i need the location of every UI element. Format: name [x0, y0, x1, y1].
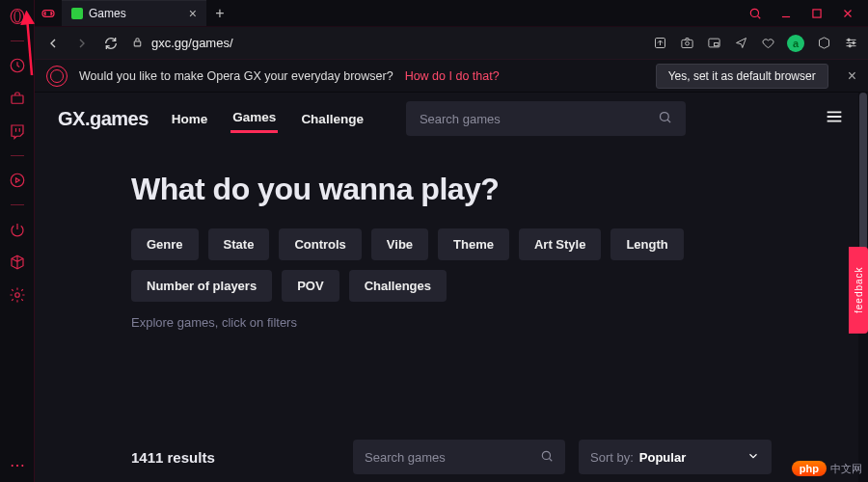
page-content: GX.games Home Games Challenge Search gam… — [35, 93, 868, 482]
search-icon — [658, 110, 672, 127]
promo-text: Would you like to make Opera GX your eve… — [79, 69, 393, 83]
chip-art-style[interactable]: Art Style — [519, 228, 601, 260]
window-close-icon[interactable] — [841, 7, 854, 20]
nav-back-icon[interactable] — [44, 35, 62, 52]
explore-hint: Explore games, click on filters — [131, 315, 772, 330]
svg-point-17 — [849, 44, 852, 47]
results-count: 1411 results — [131, 449, 215, 466]
chip-length[interactable]: Length — [610, 228, 683, 260]
default-browser-promo: Would you like to make Opera GX your eve… — [35, 60, 868, 93]
nav-games[interactable]: Games — [231, 104, 278, 133]
svg-point-5 — [14, 293, 19, 298]
svg-point-4 — [11, 174, 24, 187]
sidebar-separator — [11, 155, 24, 156]
sidebar-more-icon[interactable]: ⋯ — [0, 456, 34, 474]
sidebar-separator — [11, 40, 24, 41]
svg-rect-3 — [12, 95, 23, 103]
send-icon[interactable] — [733, 36, 748, 51]
nav-forward-icon[interactable] — [73, 35, 91, 52]
svg-rect-8 — [813, 9, 821, 16]
easy-setup-icon[interactable] — [843, 36, 858, 51]
briefcase-icon[interactable] — [9, 90, 26, 107]
chip-genre[interactable]: Genre — [131, 228, 199, 260]
pip-icon[interactable] — [706, 36, 721, 51]
results-search-input[interactable]: Search games — [353, 440, 565, 474]
opera-icon — [46, 66, 68, 87]
chip-theme[interactable]: Theme — [438, 228, 509, 260]
sort-dropdown[interactable]: Sort by: Popular — [579, 440, 772, 474]
svg-point-16 — [852, 41, 854, 44]
promo-link[interactable]: How do I do that? — [405, 69, 500, 83]
gx-corner-icon[interactable] — [35, 0, 62, 26]
promo-close-icon[interactable]: × — [848, 67, 856, 85]
header-search-input[interactable]: Search games — [406, 101, 686, 136]
chevron-down-icon — [746, 449, 760, 466]
url-text: gxc.gg/games/ — [151, 36, 233, 50]
svg-point-12 — [685, 41, 689, 45]
site-header: GX.games Home Games Challenge Search gam… — [35, 93, 868, 145]
menu-icon[interactable] — [824, 106, 845, 131]
browser-sidebar: ⋯ — [0, 0, 35, 482]
chip-pov[interactable]: POV — [282, 270, 339, 302]
svg-point-0 — [11, 10, 24, 24]
profile-avatar[interactable]: a — [787, 35, 804, 52]
extensions-icon[interactable] — [816, 36, 831, 51]
chip-controls[interactable]: Controls — [279, 228, 361, 260]
window-maximize-icon[interactable] — [810, 7, 824, 20]
window-minimize-icon[interactable] — [779, 7, 793, 20]
nav-reload-icon[interactable] — [102, 35, 120, 52]
nav-challenge[interactable]: Challenge — [299, 106, 366, 132]
page-title: What do you wanna play? — [131, 172, 772, 207]
opera-logo-icon[interactable] — [9, 8, 26, 25]
tab-favicon — [71, 8, 83, 19]
heart-icon[interactable] — [760, 36, 775, 51]
svg-point-1 — [14, 11, 20, 22]
svg-point-7 — [750, 9, 758, 16]
svg-rect-9 — [134, 40, 141, 45]
chip-vibe[interactable]: Vibe — [371, 228, 428, 260]
address-bar: gxc.gg/games/ a — [35, 27, 868, 60]
sidebar-separator — [11, 204, 24, 205]
gear-icon[interactable] — [9, 286, 26, 304]
toolbar-search-icon[interactable] — [748, 7, 762, 20]
play-circle-icon[interactable] — [9, 172, 26, 189]
twitch-icon[interactable] — [9, 122, 26, 140]
tab-close-icon[interactable]: × — [189, 6, 197, 21]
svg-point-18 — [660, 113, 668, 121]
tab-bar: Games × + — [35, 0, 868, 27]
results-bar: 1411 results Search games Sort by: Popul… — [35, 432, 868, 482]
svg-point-15 — [847, 39, 850, 41]
scrollbar-thumb[interactable] — [859, 93, 867, 266]
cube-icon[interactable] — [9, 254, 26, 271]
filter-chips: Genre State Controls Vibe Theme Art Styl… — [131, 228, 772, 302]
chip-challenges[interactable]: Challenges — [349, 270, 447, 302]
clock-icon[interactable] — [9, 57, 26, 74]
site-logo[interactable]: GX.games — [58, 108, 149, 130]
url-field[interactable]: gxc.gg/games/ — [131, 36, 640, 51]
search-placeholder: Search games — [365, 450, 446, 465]
sort-label: Sort by: — [590, 450, 634, 465]
power-icon[interactable] — [9, 221, 26, 238]
tab-title: Games — [89, 7, 126, 20]
browser-tab[interactable]: Games × — [62, 0, 206, 26]
nav-home[interactable]: Home — [170, 106, 210, 132]
svg-rect-11 — [681, 40, 692, 47]
share-icon[interactable] — [652, 36, 667, 51]
svg-rect-14 — [714, 43, 718, 46]
set-default-button[interactable]: Yes, set it as default browser — [656, 64, 828, 89]
snapshot-icon[interactable] — [679, 36, 694, 51]
chip-state[interactable]: State — [208, 228, 270, 260]
search-icon — [540, 449, 554, 466]
lock-icon — [131, 36, 144, 51]
search-placeholder: Search games — [420, 112, 501, 126]
new-tab-button[interactable]: + — [206, 0, 233, 26]
svg-point-19 — [542, 451, 550, 459]
feedback-tab[interactable]: feedback — [849, 247, 868, 334]
chip-players[interactable]: Number of players — [131, 270, 272, 302]
sort-value: Popular — [639, 450, 686, 465]
